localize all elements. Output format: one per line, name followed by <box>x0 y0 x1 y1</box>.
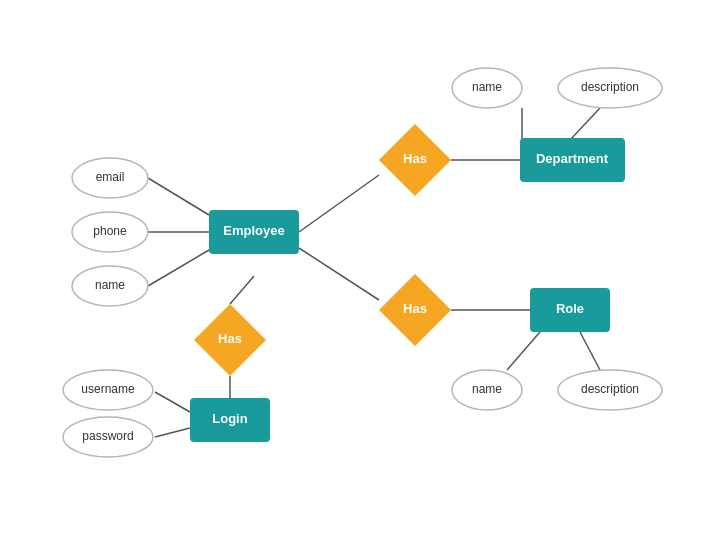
attr-dep-desc-label: description <box>581 80 639 94</box>
entity-department-label: Department <box>536 151 609 166</box>
connector-role-desc <box>580 332 600 370</box>
relation-has-role-label: Has <box>403 301 427 316</box>
attr-dep-name-label: name <box>472 80 502 94</box>
attr-role-name-label: name <box>472 382 502 396</box>
attr-phone-label: phone <box>93 224 127 238</box>
connector-name-employee <box>148 250 209 286</box>
attr-emp-name-label: name <box>95 278 125 292</box>
connector-employee-has2 <box>299 248 379 300</box>
entity-role-label: Role <box>556 301 584 316</box>
attr-role-desc-label: description <box>581 382 639 396</box>
relation-has-login-label: Has <box>218 331 242 346</box>
connector-employee-has1 <box>299 175 379 232</box>
connector-login-password <box>155 428 190 437</box>
relation-has-department-label: Has <box>403 151 427 166</box>
connector-login-username <box>155 392 190 412</box>
connector-dep-desc <box>570 108 600 140</box>
connector-role-name <box>507 332 540 370</box>
connector-employee-has3 <box>230 276 254 304</box>
entity-login-label: Login <box>212 411 247 426</box>
attr-username-label: username <box>81 382 135 396</box>
attr-password-label: password <box>82 429 133 443</box>
entity-employee-label: Employee <box>223 223 284 238</box>
attr-email-label: email <box>96 170 125 184</box>
er-diagram: email phone name name description name d… <box>0 0 728 540</box>
connector-email-employee <box>148 178 209 215</box>
